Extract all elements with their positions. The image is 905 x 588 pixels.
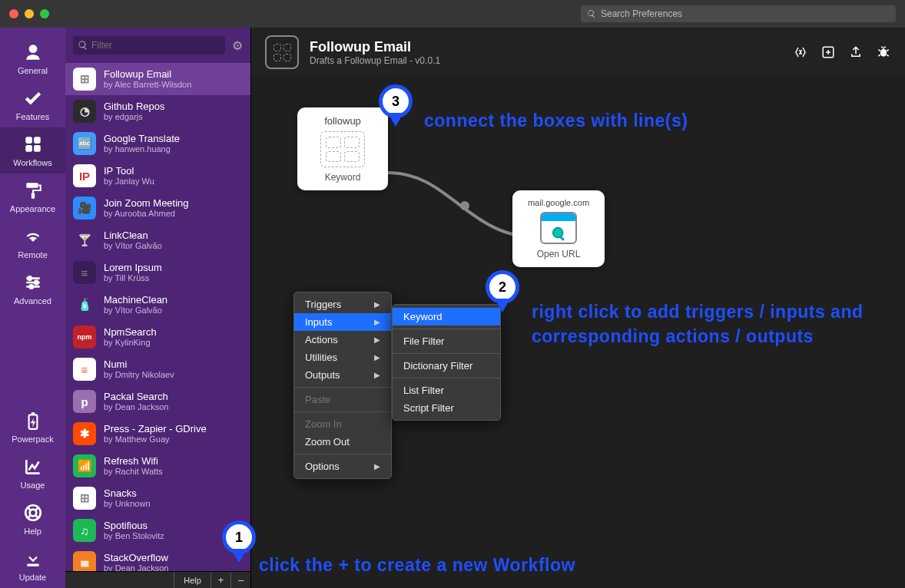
workflow-author: by KylinKing: [104, 338, 157, 348]
debug-icon[interactable]: [876, 45, 891, 60]
sidebar-item-remote[interactable]: Remote: [0, 220, 65, 266]
menu-item: Zoom In: [294, 415, 391, 433]
workflow-row[interactable]: npmNpmSearchby KylinKing: [65, 321, 250, 353]
workflow-name: Packal Search: [104, 391, 168, 403]
sidebar-item-advanced[interactable]: Advanced: [0, 266, 65, 312]
workflow-thumb-icon: ≣: [73, 551, 96, 571]
menu-item[interactable]: Triggers▶: [294, 296, 391, 313]
menu-item[interactable]: File Filter: [393, 332, 500, 350]
chevron-right-icon: ▶: [374, 462, 380, 471]
workflow-canvas[interactable]: followup Keyword mail.google.com Open UR…: [251, 77, 905, 588]
menu-item[interactable]: Options▶: [294, 458, 391, 475]
workflow-row[interactable]: ✱Press - Zapier - GDriveby Matthew Guay: [65, 418, 250, 450]
workflow-row[interactable]: ≡Numiby Dmitry Nikolaev: [65, 353, 250, 385]
add-object-icon[interactable]: [820, 45, 836, 60]
menu-item[interactable]: Utilities▶: [294, 349, 391, 366]
annotation-badge-1: 1: [222, 520, 256, 554]
svg-rect-0: [25, 137, 32, 144]
open-url-node[interactable]: mail.google.com Open URL: [512, 190, 605, 267]
window-titlebar: Search Preferences: [0, 0, 905, 28]
close-window-icon[interactable]: [9, 9, 18, 18]
sidebar-item-appearance[interactable]: Appearance: [0, 173, 65, 220]
keyword-node[interactable]: followup Keyword: [297, 107, 388, 190]
variables-icon[interactable]: [793, 45, 808, 60]
workflow-icon-placeholder[interactable]: [265, 35, 299, 69]
canvas-context-menu[interactable]: Triggers▶Inputs▶Actions▶Utilities▶Output…: [293, 292, 392, 479]
workflow-filter-input[interactable]: [73, 36, 225, 55]
menu-item[interactable]: Keyword: [393, 308, 500, 325]
workflow-row[interactable]: ⊞Snacksby Unknown: [65, 482, 250, 514]
menu-item[interactable]: Zoom Out: [294, 433, 391, 451]
workflow-row[interactable]: 🔤Google Translateby hanwen.huang: [65, 127, 250, 160]
workflow-thumb-icon: 🍸: [73, 229, 96, 252]
keyword-icon: [320, 131, 365, 167]
workflow-name: Spotifious: [104, 520, 164, 532]
sliders-icon: [22, 272, 44, 293]
minimize-window-icon[interactable]: [25, 9, 34, 18]
inputs-submenu[interactable]: KeywordFile FilterDictionary FilterList …: [392, 304, 501, 421]
gear-icon[interactable]: ⚙: [232, 38, 243, 53]
svg-rect-4: [26, 183, 38, 188]
workflow-name: LinkClean: [104, 230, 162, 242]
workflow-row[interactable]: 📶Refresh Wifiby Rachit Watts: [65, 450, 250, 482]
workflow-name: StackOverflow: [104, 552, 168, 564]
menu-item[interactable]: Outputs▶: [294, 366, 391, 384]
workflow-row[interactable]: ◔Github Reposby edgarjs: [65, 95, 250, 127]
menu-item[interactable]: Script Filter: [393, 399, 500, 417]
remove-workflow-button[interactable]: –: [230, 572, 250, 589]
workflow-name: NpmSearch: [104, 326, 157, 339]
workflow-author: by Aurooba Ahmed: [104, 209, 189, 219]
workflow-list-footer: Help + –: [65, 571, 250, 588]
workflow-name: MachineClean: [104, 294, 167, 306]
workflow-row[interactable]: 🎥Join Zoom Meetingby Aurooba Ahmed: [65, 192, 250, 224]
sidebar-item-update[interactable]: Update: [0, 542, 65, 588]
traffic-lights: [9, 9, 49, 18]
workflow-row[interactable]: pPackal Searchby Dean Jackson: [65, 385, 250, 418]
broadcast-icon: [22, 226, 44, 247]
workflow-row[interactable]: 🧴MachineCleanby Vítor Galvão: [65, 289, 250, 321]
sidebar-item-features[interactable]: Features: [0, 81, 65, 127]
zoom-window-icon[interactable]: [40, 9, 49, 18]
menu-item[interactable]: Actions▶: [294, 331, 391, 349]
workflow-row[interactable]: 🍸LinkCleanby Vítor Galvão: [65, 224, 250, 256]
workflow-author: by Till Krüss: [104, 273, 162, 283]
workflow-thumb-icon: npm: [73, 325, 96, 349]
add-workflow-button[interactable]: +: [211, 572, 230, 589]
svg-point-16: [553, 228, 563, 238]
workflow-thumb-icon: ✱: [73, 422, 96, 445]
sidebar-item-powerpack[interactable]: Powerpack: [0, 404, 65, 450]
annotation-badge-2: 2: [486, 270, 519, 304]
svg-rect-3: [34, 145, 41, 152]
sidebar-item-usage[interactable]: Usage: [0, 450, 65, 496]
workflow-thumb-icon: 🔤: [73, 132, 96, 155]
search-icon: [587, 9, 596, 18]
workflow-thumb-icon: ⊞: [73, 68, 96, 91]
node-type-label: Keyword: [325, 172, 361, 183]
workflow-name: Followup Email: [104, 68, 191, 81]
lifebuoy-icon: [22, 502, 44, 524]
menu-item[interactable]: Inputs▶: [294, 313, 391, 331]
sidebar-item-help[interactable]: Help: [0, 496, 65, 542]
workflow-thumb-icon: 🧴: [73, 293, 96, 316]
workflow-thumb-icon: ⊞: [73, 487, 96, 510]
share-icon[interactable]: [848, 45, 864, 60]
workflow-row[interactable]: IPIP Toolby Janlay Wu: [65, 160, 250, 192]
sidebar-item-general[interactable]: General: [0, 35, 65, 81]
workflow-row[interactable]: ≡Lorem Ipsumby Till Krüss: [65, 256, 250, 289]
workflow-row[interactable]: ⊞Followup Emailby Alec Barrett-Wilsdon: [65, 63, 250, 95]
workflow-author: by edgarjs: [104, 112, 165, 122]
help-button[interactable]: Help: [174, 572, 211, 589]
workflow-row[interactable]: ≣StackOverflowby Dean Jackson: [65, 547, 250, 571]
workflow-name: Join Zoom Meeting: [104, 197, 189, 210]
workflow-author: by Dean Jackson: [104, 563, 168, 571]
chevron-right-icon: ▶: [374, 353, 380, 362]
menu-item[interactable]: List Filter: [393, 382, 500, 399]
preferences-sidebar: GeneralFeaturesWorkflowsAppearanceRemote…: [0, 28, 65, 588]
workflow-author: by Alec Barrett-Wilsdon: [104, 80, 191, 90]
search-preferences-field[interactable]: Search Preferences: [581, 5, 896, 22]
workflow-title: Followup Email: [310, 39, 440, 55]
sidebar-item-workflows[interactable]: Workflows: [0, 127, 65, 173]
workflow-name: Github Repos: [104, 101, 165, 113]
battery-icon: [22, 410, 44, 431]
menu-item[interactable]: Dictionary Filter: [393, 357, 500, 375]
